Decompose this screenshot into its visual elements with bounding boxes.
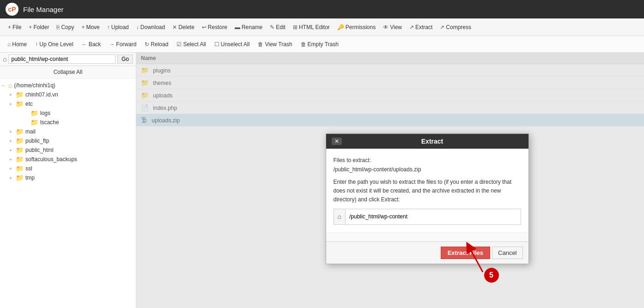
edit-button[interactable]: ✎ Edit bbox=[267, 23, 289, 32]
modal-footer: Extract Files Cancel bbox=[326, 242, 529, 264]
tree-item-label: logs bbox=[40, 110, 50, 116]
tree-item-label: ssl bbox=[25, 165, 32, 172]
tree-item-label: public_ftp bbox=[25, 138, 49, 144]
delete-button[interactable]: ✕ Delete bbox=[169, 23, 198, 32]
cpanel-logo: cP bbox=[6, 3, 18, 16]
home-button[interactable]: ⌂ Home bbox=[4, 40, 30, 49]
tree-item[interactable]: + 📁 public_ftp bbox=[7, 136, 136, 145]
folder-icon: 📁 bbox=[16, 100, 24, 108]
sidebar-path-input[interactable] bbox=[8, 54, 115, 64]
restore-button[interactable]: ↩ Restore bbox=[199, 23, 231, 32]
modal-description: Enter the path you wish to extract the f… bbox=[334, 178, 521, 205]
tree-toggle: + bbox=[9, 157, 16, 162]
sidebar: ⌂ Go Collapse All − ⌂ (/home/chinhi1q) +… bbox=[0, 53, 136, 308]
tree-toggle: + bbox=[9, 92, 16, 97]
tree-children: + 📁 chinh07.id.vn + 📁 etc 📁 logs bbox=[0, 90, 136, 182]
modal-overlay: ✕ Extract Files to extract: /public_html… bbox=[136, 53, 644, 308]
extract-path-input[interactable] bbox=[346, 211, 521, 222]
sidebar-home-icon: ⌂ bbox=[3, 55, 6, 63]
forward-button[interactable]: → Forward bbox=[105, 40, 140, 49]
tree-toggle: + bbox=[9, 102, 16, 107]
download-button[interactable]: ↓ Download bbox=[133, 23, 168, 32]
view-button[interactable]: 👁 View bbox=[380, 23, 405, 32]
tree-toggle: + bbox=[9, 139, 16, 144]
up-one-level-button[interactable]: ↑ Up One Level bbox=[31, 40, 77, 49]
tree-item[interactable]: + 📁 ssl bbox=[7, 164, 136, 173]
tree-item-label: etc bbox=[25, 101, 33, 107]
files-to-extract-label: Files to extract: /public_html/wp-conten… bbox=[334, 156, 521, 174]
tree-item-label: softaculous_backups bbox=[25, 156, 77, 163]
folder-icon: 📁 bbox=[16, 91, 24, 98]
modal-body: Files to extract: /public_html/wp-conten… bbox=[326, 149, 529, 232]
file-path: /public_html/wp-content/uploads.zip bbox=[334, 166, 421, 173]
tree-item[interactable]: + 📁 chinh07.id.vn bbox=[7, 90, 136, 99]
tree-item[interactable]: 📁 logs bbox=[15, 109, 136, 118]
app-title: File Manager bbox=[23, 6, 64, 13]
folder-icon: 📁 bbox=[16, 137, 24, 145]
extract-modal: ✕ Extract Files to extract: /public_html… bbox=[326, 133, 529, 264]
compress-button[interactable]: ↗ Compress bbox=[437, 23, 474, 32]
folder-icon: 📁 bbox=[16, 165, 24, 172]
file-button[interactable]: + File bbox=[5, 23, 24, 32]
tree-item[interactable]: + 📁 mail bbox=[7, 127, 136, 136]
collapse-all-button[interactable]: Collapse All bbox=[0, 66, 136, 79]
sidebar-path-bar: ⌂ Go bbox=[0, 53, 136, 66]
back-button[interactable]: ← Back bbox=[78, 40, 105, 49]
folder-icon: 📁 bbox=[16, 174, 24, 181]
tree-root-label: (/home/chinhi1q) bbox=[14, 82, 55, 89]
main-layout: ⌂ Go Collapse All − ⌂ (/home/chinhi1q) +… bbox=[0, 53, 644, 308]
extract-files-button[interactable]: Extract Files bbox=[441, 247, 490, 259]
tree-toggle: − bbox=[2, 83, 8, 88]
tree-item[interactable]: + 📁 softaculous_backups bbox=[7, 155, 136, 164]
reload-button[interactable]: ↻ Reload bbox=[141, 40, 172, 49]
modal-close-button[interactable]: ✕ bbox=[332, 138, 342, 145]
modal-title: Extract bbox=[342, 138, 523, 145]
select-all-button[interactable]: ☑ Select All bbox=[173, 40, 209, 49]
cancel-button[interactable]: Cancel bbox=[492, 247, 522, 259]
tree-item-label: chinh07.id.vn bbox=[25, 91, 58, 98]
nav-bar: ⌂ Home ↑ Up One Level ← Back → Forward ↻… bbox=[0, 36, 644, 53]
tree-item[interactable]: 📁 lscache bbox=[15, 118, 136, 127]
view-trash-button[interactable]: 🗑 View Trash bbox=[254, 40, 296, 49]
move-button[interactable]: + Move bbox=[78, 23, 103, 32]
folder-icon: 📁 bbox=[30, 109, 38, 117]
unselect-all-button[interactable]: ☐ Unselect All bbox=[211, 40, 254, 49]
html-editor-button[interactable]: ⊞ HTML Editor bbox=[290, 23, 333, 32]
copy-button[interactable]: ⎘ Copy bbox=[53, 23, 77, 32]
folder-button[interactable]: + Folder bbox=[25, 23, 52, 32]
tree-item-label: tmp bbox=[25, 175, 35, 181]
upload-button[interactable]: ↑ Upload bbox=[104, 23, 132, 32]
tree-item[interactable]: + 📁 tmp bbox=[7, 173, 136, 182]
toolbar: + File + Folder ⎘ Copy + Move ↑ Upload ↓… bbox=[0, 18, 644, 36]
modal-container: ✕ Extract Files to extract: /public_html… bbox=[289, 115, 492, 245]
tree-root-folder-icon: ⌂ bbox=[8, 82, 12, 89]
sidebar-go-button[interactable]: Go bbox=[117, 54, 133, 64]
tree-toggle: + bbox=[9, 129, 16, 134]
tree-item[interactable]: + 📁 etc bbox=[7, 99, 136, 109]
tree-toggle: + bbox=[9, 148, 16, 153]
tree-item[interactable]: + 📁 public_html bbox=[7, 145, 136, 155]
modal-scroll-area bbox=[326, 232, 529, 242]
folder-icon: 📁 bbox=[30, 119, 38, 126]
step-number-badge: 5 bbox=[484, 268, 499, 283]
folder-icon: 📁 bbox=[16, 156, 24, 163]
tree-item-label: public_html bbox=[25, 147, 54, 153]
folder-icon: 📁 bbox=[16, 146, 24, 154]
tree-toggle: + bbox=[9, 175, 16, 181]
tree-children-nested: 📁 logs 📁 lscache bbox=[7, 109, 136, 127]
tree-root[interactable]: − ⌂ (/home/chinhi1q) bbox=[0, 81, 136, 90]
file-tree: − ⌂ (/home/chinhi1q) + 📁 chinh07.id.vn +… bbox=[0, 79, 136, 185]
folder-icon: 📁 bbox=[16, 128, 24, 135]
tree-item-label: mail bbox=[25, 128, 36, 135]
modal-path-home-icon: ⌂ bbox=[334, 209, 346, 224]
empty-trash-button[interactable]: 🗑 Empty Trash bbox=[297, 40, 342, 49]
header-bar: cP File Manager bbox=[0, 0, 644, 18]
modal-path-row: ⌂ bbox=[334, 209, 521, 224]
permissions-button[interactable]: 🔑 Permissions bbox=[334, 23, 379, 32]
modal-header: ✕ Extract bbox=[326, 134, 529, 149]
tree-toggle: + bbox=[9, 166, 16, 171]
file-area: Name 📁 plugins 📁 themes bbox=[136, 53, 644, 308]
extract-button[interactable]: ↗ Extract bbox=[406, 23, 436, 32]
tree-item-label: lscache bbox=[40, 119, 59, 126]
rename-button[interactable]: ▬ Rename bbox=[231, 23, 266, 32]
